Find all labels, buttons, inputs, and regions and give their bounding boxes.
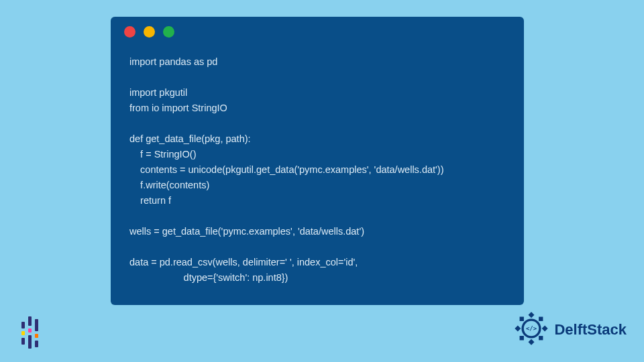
svg-marker-0 (529, 312, 535, 318)
brand-name: DelftStack (554, 321, 627, 339)
code-content: import pandas as pd import pkgutil from … (129, 54, 511, 286)
svg-marker-2 (542, 326, 548, 332)
window-dot-green-icon (163, 26, 174, 38)
window-dot-row (124, 26, 174, 38)
left-logo-icon (21, 316, 48, 350)
delftstack-badge-icon: </> (513, 310, 550, 350)
brand-logo: </> DelftStack (513, 310, 627, 350)
svg-text:</>: </> (526, 325, 537, 332)
window-dot-yellow-icon (144, 26, 155, 38)
code-window: import pandas as pd import pkgutil from … (111, 17, 524, 305)
svg-marker-6 (515, 326, 521, 332)
svg-marker-4 (529, 339, 535, 345)
window-dot-red-icon (124, 26, 136, 38)
